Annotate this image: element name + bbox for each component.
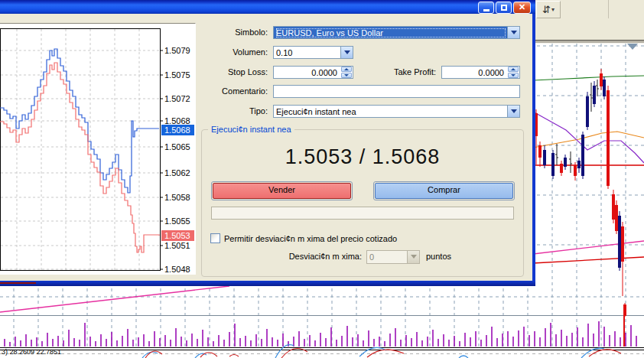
order-toolbar-button[interactable]: ⇵ ▾ xyxy=(536,1,561,18)
chevron-down-icon[interactable] xyxy=(507,106,519,117)
order-result-field xyxy=(211,207,514,220)
take-profit-label: Take Profit: xyxy=(358,67,436,76)
spin-down-icon[interactable] xyxy=(508,73,519,78)
chevron-down-icon[interactable] xyxy=(507,27,519,38)
buy-button[interactable]: Comprar xyxy=(373,181,515,200)
symbol-value: EURUSD, Euro vs US Dollar xyxy=(276,28,506,37)
axis-label: 1.5062 xyxy=(164,168,190,177)
spin-up-icon[interactable] xyxy=(341,67,352,72)
axis-label: 1.5065 xyxy=(164,142,190,151)
stop-loss-label: Stop Loss: xyxy=(199,67,268,76)
comment-input[interactable] xyxy=(273,85,520,98)
close-icon: ✕ xyxy=(519,2,525,11)
minimize-button[interactable] xyxy=(478,2,494,14)
symbol-combobox[interactable]: EURUSD, Euro vs US Dollar xyxy=(273,26,520,39)
stop-loss-input[interactable]: 0.0000 xyxy=(273,66,353,79)
maximize-button[interactable] xyxy=(496,2,512,14)
spin-down-icon[interactable] xyxy=(341,73,352,78)
axis-label: 1.5068 xyxy=(164,116,190,125)
arrows-icon: ⇵ xyxy=(542,5,551,15)
moving-average-line xyxy=(533,76,644,80)
trend-line[interactable] xyxy=(0,286,229,312)
volume-combobox[interactable]: 0.10 xyxy=(273,46,353,59)
volume-label: Volumen: xyxy=(199,47,268,57)
spin-up-icon[interactable] xyxy=(508,67,519,72)
red-line-fragment xyxy=(0,282,36,284)
sell-button-label: Vender xyxy=(268,185,295,194)
buy-button-label: Comprar xyxy=(428,185,460,194)
max-deviation-label: Desviaci¢n m xima: xyxy=(261,252,362,261)
stop-loss-value: 0.0000 xyxy=(276,68,337,77)
badge-label: 1.5068 xyxy=(164,125,190,135)
oscillator-curve xyxy=(275,345,294,358)
execution-groupbox: Ejecuci¢n instant nea 1.5053 / 1.5068 Ve… xyxy=(201,129,524,277)
max-deviation-checkbox-label: Permitir desviaci¢n m xima del precio co… xyxy=(224,234,397,243)
chevron-down-icon[interactable] xyxy=(340,47,353,58)
groupbox-legend: Ejecuci¢n instant nea xyxy=(208,125,294,134)
trend-line[interactable] xyxy=(533,257,644,263)
dialog-titlebar[interactable] xyxy=(0,0,535,14)
oscillator-curve xyxy=(229,355,239,357)
type-value: Ejecuci¢n instant nea xyxy=(276,107,506,116)
take-profit-input[interactable]: 0.0000 xyxy=(441,66,520,79)
triangle-marker xyxy=(627,44,638,50)
axis-label: 1.5051 xyxy=(164,241,190,250)
indicator-values-text: 3) 28.2609 22.7851 xyxy=(2,348,61,356)
trend-line[interactable] xyxy=(533,241,644,254)
type-label: Tipo: xyxy=(199,106,268,116)
axis-label: 1.5075 xyxy=(164,70,190,80)
tick-grid xyxy=(1,29,160,270)
take-profit-value: 0.0000 xyxy=(444,68,504,77)
candles xyxy=(535,69,626,317)
oscillator-curve xyxy=(589,350,621,356)
axis-label: 1.5079 xyxy=(164,46,190,55)
chevron-down-icon xyxy=(407,251,419,263)
toolbar-separator xyxy=(608,0,609,18)
symbol-label: Simbolo: xyxy=(199,28,268,37)
max-deviation-value: 0 xyxy=(369,252,405,262)
comment-label: Comentario: xyxy=(199,86,268,96)
sell-button[interactable]: Vender xyxy=(211,181,353,200)
volume-value: 0.10 xyxy=(276,48,339,57)
max-deviation-select: 0 xyxy=(366,250,420,264)
type-combobox[interactable]: Ejecuci¢n instant nea xyxy=(273,105,520,118)
toolbar-strip: ⇵ ▾ xyxy=(535,0,644,40)
volume-bars xyxy=(5,321,636,347)
chart-window-edge xyxy=(535,40,644,44)
axis-label: 1.5048 xyxy=(164,265,190,274)
order-dialog: ✕ 1.50791.50751.50721.50681.50651.50621.… xyxy=(0,0,535,286)
dropdown-caret-icon: ▾ xyxy=(551,7,555,13)
bid-ask-price: 1.5053 / 1.5068 xyxy=(202,145,523,169)
maximize-icon xyxy=(501,5,507,11)
axis-label: 1.5058 xyxy=(164,193,190,202)
badge-label: 1.5053 xyxy=(164,231,190,240)
bid-line xyxy=(0,63,159,252)
dialog-bottom-border xyxy=(0,281,535,286)
axis-label: 1.5055 xyxy=(164,216,190,226)
minimize-icon xyxy=(483,9,490,11)
close-button[interactable]: ✕ xyxy=(513,2,531,14)
max-deviation-checkbox[interactable] xyxy=(210,233,220,243)
oscillator-curve xyxy=(359,347,386,356)
max-deviation-units: puntos xyxy=(426,252,451,261)
tick-chart: 1.50791.50751.50721.50681.50651.50621.50… xyxy=(0,24,194,275)
tick-chart-panel: 1.50791.50751.50721.50681.50651.50621.50… xyxy=(0,23,196,275)
axis-label: 1.5072 xyxy=(164,94,190,103)
